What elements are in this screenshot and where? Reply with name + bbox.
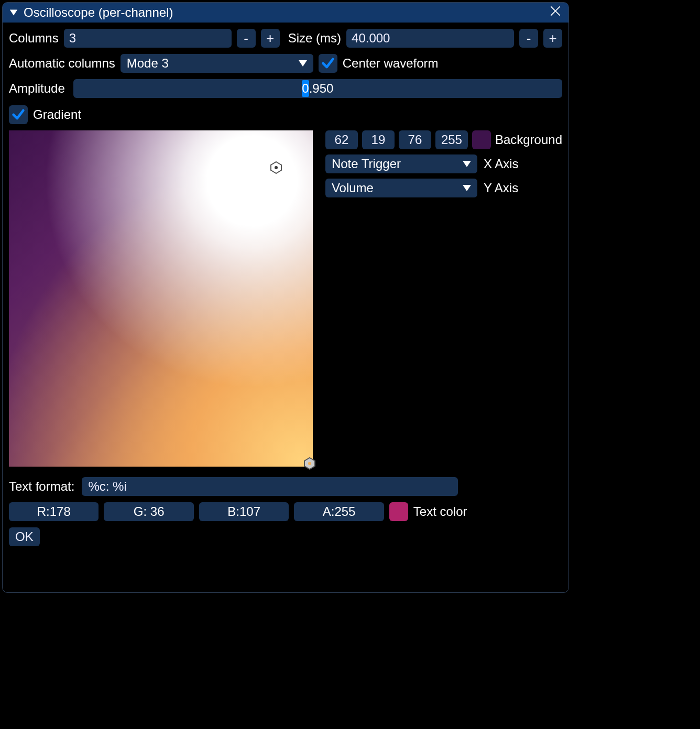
amplitude-row: Amplitude 0.950 <box>9 79 562 98</box>
x-axis-label: X Axis <box>484 157 519 171</box>
gradient-row: Gradient <box>9 105 562 124</box>
bg-g[interactable]: 19 <box>362 130 395 149</box>
text-color-row: R:178 G: 36 B:107 A:255 Text color <box>9 502 562 521</box>
amplitude-label: Amplitude <box>9 81 65 96</box>
gradient-area: 62 19 76 255 Background Note Trigger X A… <box>9 130 562 467</box>
text-format-input[interactable] <box>82 477 458 496</box>
background-rgba-row: 62 19 76 255 Background <box>325 130 562 149</box>
columns-input[interactable] <box>64 29 232 48</box>
svg-point-3 <box>275 166 278 169</box>
x-axis-select[interactable]: Note Trigger <box>325 154 477 173</box>
background-label: Background <box>495 132 562 147</box>
center-waveform-label: Center waveform <box>343 56 439 71</box>
chevron-down-icon <box>462 159 472 169</box>
svg-marker-6 <box>463 161 471 167</box>
text-color-label: Text color <box>413 504 467 519</box>
auto-columns-label: Automatic columns <box>9 56 115 71</box>
ok-button[interactable]: OK <box>9 527 40 546</box>
window-title: Oscilloscope (per-channel) <box>24 5 173 20</box>
y-axis-value: Volume <box>332 181 374 195</box>
gradient-checkbox[interactable] <box>9 105 28 124</box>
amplitude-slider[interactable]: 0.950 <box>73 79 562 98</box>
bg-a[interactable]: 255 <box>435 130 468 149</box>
text-r[interactable]: R:178 <box>9 502 99 521</box>
svg-marker-7 <box>463 185 471 191</box>
columns-plus-button[interactable]: + <box>261 29 280 48</box>
y-axis-label: Y Axis <box>484 181 518 195</box>
titlebar[interactable]: Oscilloscope (per-channel) <box>3 3 568 23</box>
y-axis-select[interactable]: Volume <box>325 179 477 197</box>
content: Columns - + Size (ms) - + Automatic colu… <box>3 23 568 553</box>
text-b[interactable]: B:107 <box>199 502 289 521</box>
gradient-handle-1[interactable] <box>303 457 316 470</box>
text-format-label: Text format: <box>9 479 74 494</box>
gradient-picker[interactable] <box>9 130 313 467</box>
bg-r[interactable]: 62 <box>325 130 358 149</box>
close-icon[interactable] <box>549 4 562 21</box>
chevron-down-icon <box>298 58 308 69</box>
right-panel: 62 19 76 255 Background Note Trigger X A… <box>325 130 562 197</box>
size-label: Size (ms) <box>288 31 341 46</box>
size-minus-button[interactable]: - <box>519 29 538 48</box>
x-axis-value: Note Trigger <box>332 157 401 171</box>
size-plus-button[interactable]: + <box>543 29 562 48</box>
columns-label: Columns <box>9 31 59 46</box>
svg-point-5 <box>308 462 311 465</box>
text-color-swatch[interactable] <box>389 502 408 521</box>
x-axis-row: Note Trigger X Axis <box>325 154 562 173</box>
bg-swatch[interactable] <box>472 130 491 149</box>
auto-columns-row: Automatic columns Mode 3 Center waveform <box>9 54 562 73</box>
columns-minus-button[interactable]: - <box>237 29 256 48</box>
gradient-handle-0[interactable] <box>270 161 282 174</box>
auto-columns-value: Mode 3 <box>127 56 169 71</box>
text-g[interactable]: G: 36 <box>104 502 193 521</box>
center-waveform-checkbox[interactable] <box>319 54 337 73</box>
gradient-preview <box>9 130 313 467</box>
size-input[interactable] <box>346 29 514 48</box>
svg-marker-0 <box>10 10 17 16</box>
text-format-row: Text format: <box>9 477 562 496</box>
chevron-down-icon <box>462 183 472 193</box>
text-a[interactable]: A:255 <box>294 502 384 521</box>
ok-row: OK <box>9 527 562 546</box>
gradient-label: Gradient <box>33 107 81 122</box>
columns-size-row: Columns - + Size (ms) - + <box>9 29 562 48</box>
bg-b[interactable]: 76 <box>399 130 431 149</box>
svg-marker-1 <box>299 60 307 67</box>
auto-columns-select[interactable]: Mode 3 <box>121 54 313 73</box>
oscilloscope-window: Oscilloscope (per-channel) Columns - + S… <box>2 2 569 593</box>
collapse-icon[interactable] <box>9 8 18 17</box>
y-axis-row: Volume Y Axis <box>325 179 562 197</box>
amplitude-value: 0.950 <box>302 81 333 96</box>
